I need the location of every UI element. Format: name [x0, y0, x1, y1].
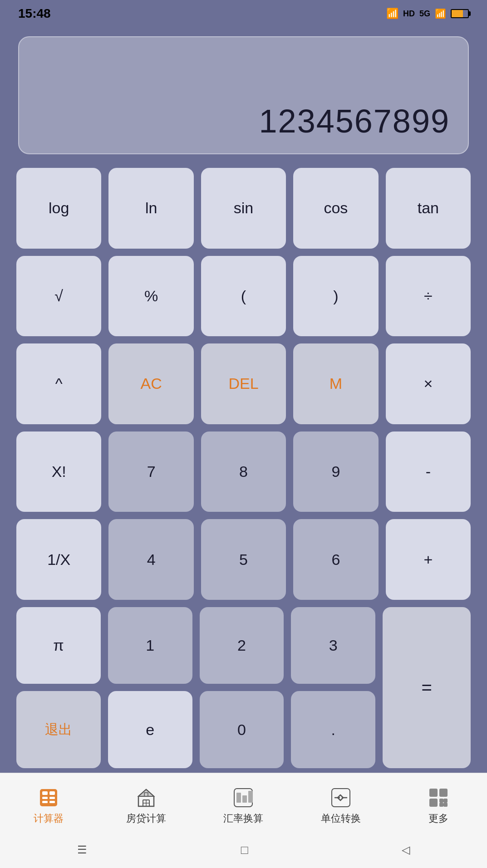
- display-area: 1234567899: [18, 36, 469, 154]
- btn-sin[interactable]: sin: [201, 168, 286, 249]
- svg-rect-6: [49, 801, 55, 803]
- btn-5[interactable]: 5: [201, 519, 286, 600]
- btn-decimal[interactable]: .: [291, 691, 375, 768]
- sys-nav: ☰ □ ◁: [0, 836, 487, 868]
- btn-lparen[interactable]: (: [201, 256, 286, 337]
- btn-8[interactable]: 8: [201, 432, 286, 512]
- calculator-icon: [37, 786, 60, 809]
- nav-label-calculator: 计算器: [34, 812, 64, 825]
- btn-minus[interactable]: -: [386, 432, 471, 512]
- btn-row-67: π 1 2 3 退出 e 0 . =: [16, 607, 471, 768]
- btn-row-1: log ln sin cos tan: [16, 168, 471, 249]
- nav-item-calculator[interactable]: 计算器: [26, 786, 71, 825]
- wifi-icon: 📶: [386, 8, 398, 20]
- btn-3[interactable]: 3: [291, 607, 375, 684]
- bottom-nav: 计算器 房贷计算 汇率换算: [0, 773, 487, 836]
- nav-label-mortgage: 房贷计算: [126, 812, 166, 825]
- btn-euler[interactable]: e: [108, 691, 192, 768]
- sys-back-btn[interactable]: ◁: [402, 843, 410, 856]
- btn-1[interactable]: 1: [108, 607, 192, 684]
- nav-label-more: 更多: [428, 812, 448, 825]
- svg-rect-13: [248, 791, 253, 803]
- status-time: 15:48: [18, 6, 51, 21]
- btn-sqrt[interactable]: √: [16, 256, 101, 337]
- btn-rparen[interactable]: ): [293, 256, 378, 337]
- svg-rect-1: [42, 791, 48, 795]
- svg-rect-18: [439, 799, 443, 803]
- svg-rect-2: [49, 791, 55, 795]
- btn-7[interactable]: 7: [108, 432, 193, 512]
- exchange-icon: [232, 786, 255, 809]
- nav-label-unit: 单位转换: [321, 812, 361, 825]
- btn-6[interactable]: 6: [293, 519, 378, 600]
- display-value: 1234567899: [259, 103, 450, 140]
- hd-icon: HD: [403, 9, 415, 19]
- svg-rect-12: [242, 795, 247, 803]
- svg-rect-11: [236, 793, 241, 803]
- nav-item-exchange[interactable]: 汇率换算: [221, 786, 266, 825]
- btn-equals[interactable]: =: [383, 607, 471, 768]
- btn-multiply[interactable]: ×: [386, 343, 471, 424]
- signal-icon: 5G: [419, 9, 430, 19]
- svg-rect-20: [439, 803, 443, 807]
- btn-row-5: 1/X 4 5 6 +: [16, 519, 471, 600]
- btn-power[interactable]: ^: [16, 343, 101, 424]
- btn-ac[interactable]: AC: [108, 343, 193, 424]
- btn-divide[interactable]: ÷: [386, 256, 471, 337]
- btn-pi[interactable]: π: [16, 607, 101, 684]
- nav-label-exchange: 汇率换算: [223, 812, 263, 825]
- btn-factorial[interactable]: X!: [16, 432, 101, 512]
- status-icons: 📶 HD 5G 📶: [386, 8, 469, 20]
- sys-home-btn[interactable]: □: [241, 843, 248, 857]
- sys-menu-btn[interactable]: ☰: [77, 843, 87, 856]
- btn-log[interactable]: log: [16, 168, 101, 249]
- buttons-container: log ln sin cos tan √ % ( ) ÷ ^ AC DEL M …: [0, 159, 487, 773]
- svg-rect-17: [429, 799, 438, 807]
- btn-row-4: X! 7 8 9 -: [16, 432, 471, 512]
- more-icon: [427, 786, 450, 809]
- battery-icon: [451, 9, 469, 18]
- svg-rect-4: [49, 797, 55, 799]
- svg-rect-21: [443, 803, 448, 807]
- svg-rect-15: [429, 789, 438, 797]
- btn-9[interactable]: 9: [293, 432, 378, 512]
- svg-rect-16: [439, 789, 448, 797]
- btn-ln[interactable]: ln: [108, 168, 193, 249]
- btn-del[interactable]: DEL: [201, 343, 286, 424]
- nav-item-unit[interactable]: 单位转换: [318, 786, 364, 825]
- btn-cos[interactable]: cos: [293, 168, 378, 249]
- mortgage-icon: [135, 786, 157, 809]
- nav-item-mortgage[interactable]: 房贷计算: [123, 786, 169, 825]
- btn-mem[interactable]: M: [293, 343, 378, 424]
- btn-row-2: √ % ( ) ÷: [16, 256, 471, 337]
- signal-bars-icon: 📶: [435, 8, 446, 19]
- btn-exit[interactable]: 退出: [16, 691, 101, 768]
- btn-4[interactable]: 4: [108, 519, 193, 600]
- btn-plus[interactable]: +: [386, 519, 471, 600]
- nav-item-more[interactable]: 更多: [416, 786, 461, 825]
- btn-reciprocal[interactable]: 1/X: [16, 519, 101, 600]
- status-bar: 15:48 📶 HD 5G 📶: [0, 0, 487, 27]
- svg-rect-3: [42, 797, 48, 799]
- btn-tan[interactable]: tan: [386, 168, 471, 249]
- btn-2[interactable]: 2: [200, 607, 284, 684]
- svg-rect-19: [443, 799, 448, 803]
- btn-percent[interactable]: %: [108, 256, 193, 337]
- btn-0[interactable]: 0: [200, 691, 284, 768]
- btn-row-3: ^ AC DEL M ×: [16, 343, 471, 424]
- unit-icon: [330, 786, 352, 809]
- svg-rect-5: [42, 801, 48, 803]
